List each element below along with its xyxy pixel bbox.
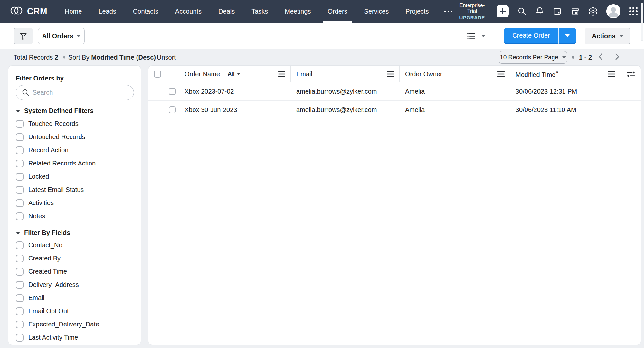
page-range: 1 - 2 — [579, 54, 592, 61]
filter-item-latest-email-status[interactable]: Latest Email Status — [8, 183, 141, 196]
select-all-checkbox[interactable] — [154, 71, 161, 78]
nav-item-leads[interactable]: Leads — [90, 0, 125, 23]
view-selector-dropdown[interactable]: All Orders — [38, 28, 85, 44]
cell-order-name[interactable]: Xbox 2023-07-02 — [179, 88, 291, 95]
checkbox[interactable] — [16, 146, 24, 154]
checkbox[interactable] — [16, 133, 24, 141]
row-checkbox[interactable] — [169, 106, 176, 113]
filter-item-untouched-records[interactable]: Untouched Records — [8, 130, 141, 144]
filter-item-created-time[interactable]: Created Time — [8, 265, 141, 278]
create-order-split-dropdown[interactable] — [558, 28, 576, 44]
quick-create-button[interactable] — [497, 5, 509, 17]
records-per-page-dropdown[interactable]: 10 Records Per Page — [499, 51, 567, 64]
filter-search-box[interactable] — [16, 85, 134, 100]
filter-item-notes[interactable]: Notes — [8, 210, 141, 223]
nav-item-services[interactable]: Services — [356, 0, 397, 23]
table-row[interactable]: Xbox 30-Jun-2023 amelia.burrows@zylker.c… — [148, 101, 641, 119]
nav-item-tasks[interactable]: Tasks — [243, 0, 276, 23]
nav-item-accounts[interactable]: Accounts — [167, 0, 210, 23]
filter-item-delivery-address[interactable]: Delivery_Address — [8, 278, 141, 291]
section-filter-by-fields[interactable]: Filter By Fields — [16, 229, 133, 237]
search-icon[interactable] — [517, 7, 526, 16]
filter-item-last-activity-time[interactable]: Last Activity Time — [8, 331, 141, 344]
checkbox[interactable] — [16, 212, 24, 220]
checkbox[interactable] — [16, 160, 24, 167]
filter-toggle-button[interactable] — [14, 28, 33, 44]
column-menu-icon[interactable] — [278, 71, 285, 77]
nav-item-home[interactable]: Home — [56, 0, 90, 23]
funnel-icon — [19, 32, 28, 41]
row-checkbox[interactable] — [169, 88, 176, 95]
filter-search-input[interactable] — [33, 89, 128, 96]
nav-item-projects[interactable]: Projects — [397, 0, 437, 23]
sort-status: Sort By Modified Time (Desc) — [68, 54, 156, 61]
display-mode-dropdown[interactable] — [459, 28, 493, 44]
nav-item-meetings[interactable]: Meetings — [276, 0, 319, 23]
column-header-order-name[interactable]: Order Name All — [179, 66, 291, 82]
apps-grid-icon[interactable] — [629, 7, 638, 15]
column-menu-icon[interactable] — [497, 71, 505, 77]
cell-order-name[interactable]: Xbox 30-Jun-2023 — [179, 106, 291, 114]
search-icon — [22, 89, 29, 96]
column-header-order-owner[interactable]: Order Owner — [400, 66, 510, 82]
unsort-link[interactable]: Unsort — [157, 54, 176, 61]
column-menu-icon[interactable] — [387, 71, 394, 77]
brand[interactable]: CRM — [10, 5, 47, 18]
section-system-defined-filters[interactable]: System Defined Filters — [16, 107, 133, 115]
total-records-count: 2 — [55, 54, 58, 61]
actions-dropdown[interactable]: Actions — [585, 28, 630, 44]
checkbox[interactable] — [16, 321, 24, 328]
nav-item-orders[interactable]: Orders — [319, 0, 355, 23]
plan-upgrade-block: Enterprise-Trial UPGRADE — [459, 3, 485, 20]
nav-item-contacts[interactable]: Contacts — [125, 0, 167, 23]
filter-item-contact-no[interactable]: Contact_No — [8, 239, 141, 252]
column-menu-icon[interactable] — [608, 71, 615, 77]
marketplace-store-icon[interactable] — [571, 7, 580, 16]
column-header-email[interactable]: Email — [291, 66, 400, 82]
checkbox[interactable] — [16, 334, 24, 342]
create-order-button[interactable]: Create Order — [504, 28, 558, 44]
cell-order-owner: Amelia — [400, 106, 510, 114]
zoho-rings-logo-icon — [10, 5, 23, 18]
cell-modified-time: 30/06/2023 12:31 PM — [510, 88, 620, 95]
calendar-icon[interactable] — [553, 7, 562, 16]
filter-item-related-records-action[interactable]: Related Records Action — [8, 157, 141, 170]
checkbox[interactable] — [16, 307, 24, 315]
chevron-down-icon — [562, 56, 566, 59]
user-avatar[interactable] — [606, 4, 620, 18]
nav-more-tabs-icon[interactable] — [437, 0, 459, 23]
filter-item-touched-records[interactable]: Touched Records — [8, 117, 141, 130]
chevron-down-icon — [237, 73, 240, 75]
upgrade-link[interactable]: UPGRADE — [459, 15, 485, 20]
checkbox[interactable] — [16, 186, 24, 194]
nav-item-deals[interactable]: Deals — [210, 0, 243, 23]
filter-item-locked[interactable]: Locked — [8, 170, 141, 183]
checkbox[interactable] — [16, 173, 24, 181]
checkbox[interactable] — [16, 199, 24, 207]
filter-item-record-action[interactable]: Record Action — [8, 144, 141, 157]
notifications-bell-icon[interactable] — [535, 7, 544, 16]
checkbox[interactable] — [16, 255, 24, 262]
column-settings-icon[interactable] — [620, 66, 641, 82]
total-records: Total Records 2 — [14, 54, 58, 61]
checkbox[interactable] — [16, 281, 24, 289]
filter-item-activities[interactable]: Activities — [8, 196, 141, 210]
checkbox[interactable] — [16, 268, 24, 276]
filter-item-expected-delivery-date[interactable]: Expected_Delivery_Date — [8, 318, 141, 331]
filter-item-created-by[interactable]: Created By — [8, 252, 141, 265]
order-name-filter-dropdown[interactable]: All — [228, 71, 240, 77]
filter-item-email[interactable]: Email — [8, 291, 141, 305]
brand-name: CRM — [27, 6, 47, 16]
table-row[interactable]: Xbox 2023-07-02 amelia.burrows@zylker.co… — [148, 82, 641, 101]
checkbox[interactable] — [16, 294, 24, 302]
filter-item-email-opt-out[interactable]: Email Opt Out — [8, 305, 141, 318]
previous-page-icon[interactable] — [598, 53, 603, 61]
column-header-modified-time[interactable]: Modified Time* — [510, 66, 620, 82]
checkbox[interactable] — [16, 120, 24, 128]
settings-gear-icon[interactable] — [588, 7, 598, 16]
next-page-icon[interactable] — [614, 53, 620, 61]
page-scrollbar-thumb[interactable] — [641, 3, 643, 41]
chevron-down-icon — [77, 35, 80, 37]
checkbox[interactable] — [16, 241, 24, 249]
system-filter-list: Touched Records Untouched Records Record… — [8, 117, 141, 223]
